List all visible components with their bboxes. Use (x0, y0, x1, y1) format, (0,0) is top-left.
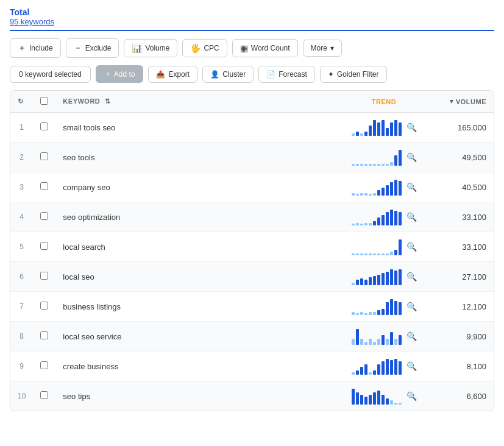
export-button[interactable]: 📤 Export (148, 66, 197, 83)
trend-bar (382, 395, 385, 405)
add-to-label: Add to (114, 70, 135, 79)
trend-search-button[interactable]: 🔍 (406, 182, 417, 192)
trend-bar (369, 253, 372, 255)
trend-bar (360, 278, 363, 285)
row-checkbox[interactable] (40, 391, 48, 399)
trend-bar (369, 164, 372, 166)
action-bar: 0 keyword selected ＋ Add to 📤 Export 👤 C… (10, 65, 494, 83)
row-checkbox-cell (33, 202, 55, 232)
volume-button[interactable]: 📊 Volume (124, 39, 177, 57)
volume-icon: 📊 (132, 43, 142, 53)
trend-bar (386, 212, 389, 225)
cluster-button[interactable]: 👤 Cluster (202, 66, 254, 83)
trend-bars (352, 298, 402, 315)
row-volume: 49,500 (433, 143, 494, 172)
trend-search-button[interactable]: 🔍 (406, 242, 417, 252)
row-checkbox[interactable] (40, 242, 48, 250)
table-row: 3company seo🔍40,500 (10, 172, 494, 202)
row-checkbox-cell (33, 113, 55, 143)
keyword-selected-button[interactable]: 0 keyword selected (10, 66, 91, 83)
forecast-label: Forecast (279, 70, 307, 79)
row-number: 10 (10, 381, 33, 411)
trend-bar (382, 361, 385, 375)
trend-search-button[interactable]: 🔍 (406, 152, 417, 162)
trend-search-button[interactable]: 🔍 (406, 212, 417, 222)
more-button[interactable]: More ▾ (303, 40, 342, 57)
select-all-checkbox[interactable] (40, 97, 48, 105)
trend-bar (356, 132, 359, 136)
row-keyword: small tools seo (55, 113, 335, 143)
trend-bar (399, 122, 402, 136)
trend-bar (352, 133, 355, 136)
row-volume: 8,100 (433, 352, 494, 381)
trend-bar (360, 224, 363, 225)
trend-bar (360, 253, 363, 255)
table-row: 6local seo🔍27,100 (10, 262, 494, 292)
trend-col-label: Trend (372, 98, 396, 105)
row-trend: 🔍 (335, 381, 433, 411)
cpc-label: CPC (204, 44, 219, 52)
trend-bars (352, 208, 402, 225)
trend-search-button[interactable]: 🔍 (406, 272, 417, 281)
trend-bar (352, 253, 355, 255)
golden-filter-button[interactable]: ✦ Golden Filter (320, 66, 387, 83)
trend-bar (356, 329, 359, 345)
exclude-button[interactable]: － Exclude (66, 38, 119, 58)
word-count-button[interactable]: ▦ Word Count (232, 39, 298, 57)
keywords-table: ↻ Keyword ⇅ Trend ▾ Vo (10, 91, 494, 411)
trend-bars (352, 238, 402, 255)
row-number: 1 (10, 113, 33, 143)
trend-bar (373, 120, 376, 136)
trend-bar (394, 339, 397, 345)
refresh-icon[interactable]: ↻ (18, 97, 24, 105)
trend-bar (394, 155, 397, 166)
trend-search-button[interactable]: 🔍 (406, 302, 417, 311)
minus-icon: － (74, 43, 82, 54)
row-keyword: seo optimization (55, 202, 335, 232)
more-label: More (311, 44, 327, 52)
row-checkbox[interactable] (40, 122, 48, 130)
row-checkbox[interactable] (40, 361, 48, 369)
trend-bar (377, 364, 380, 375)
row-checkbox[interactable] (40, 212, 48, 220)
trend-bar (369, 277, 372, 285)
trend-bar (386, 272, 389, 285)
trend-bar (356, 313, 359, 315)
row-checkbox[interactable] (40, 302, 48, 310)
trend-search-button[interactable]: 🔍 (406, 331, 417, 341)
row-checkbox-cell (33, 143, 55, 172)
trend-bar (399, 269, 402, 285)
forecast-button[interactable]: 📄 Forecast (258, 66, 315, 83)
trend-bar (390, 332, 393, 345)
trend-bar (356, 392, 359, 405)
trend-bar (377, 275, 380, 285)
keywords-count-link[interactable]: 95 keywords (10, 17, 54, 26)
row-trend: 🔍 (335, 143, 433, 172)
trend-bar (364, 164, 367, 166)
trend-bar (352, 339, 355, 345)
cpc-button[interactable]: 🖐 CPC (182, 39, 227, 57)
trend-bar (373, 253, 376, 255)
trend-bar (356, 253, 359, 255)
row-checkbox[interactable] (40, 272, 48, 280)
row-trend: 🔍 (335, 322, 433, 352)
row-checkbox[interactable] (40, 182, 48, 190)
trend-bar (356, 194, 359, 196)
total-label: Total (10, 7, 494, 17)
trend-bar (390, 252, 393, 255)
include-button[interactable]: ＋ Include (10, 38, 61, 58)
trend-search-button[interactable]: 🔍 (406, 122, 417, 132)
trend-search-button[interactable]: 🔍 (406, 391, 417, 401)
header-section: Total 95 keywords (10, 7, 494, 31)
trend-search-button[interactable]: 🔍 (406, 361, 417, 371)
trend-bar (356, 280, 359, 285)
sort-icon[interactable]: ⇅ (105, 97, 111, 105)
row-checkbox[interactable] (40, 152, 48, 160)
trend-bar (377, 391, 380, 405)
row-checkbox[interactable] (40, 331, 48, 339)
table-row: 7business listings🔍12,100 (10, 292, 494, 322)
trend-bar (364, 397, 367, 405)
golden-filter-icon: ✦ (328, 70, 334, 79)
trend-bar (369, 194, 372, 196)
row-keyword: company seo (55, 172, 335, 202)
